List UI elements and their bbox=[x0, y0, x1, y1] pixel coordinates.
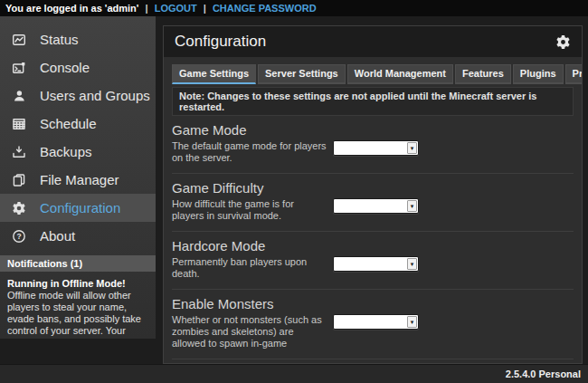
tab-plugins[interactable]: Plugins bbox=[513, 64, 564, 84]
sidebar-item-status[interactable]: Status bbox=[0, 25, 156, 53]
notification-item: Running in Offline Mode! Offline mode wi… bbox=[0, 272, 156, 339]
chevron-down-icon: ▾ bbox=[407, 258, 417, 270]
tab-server-settings[interactable]: Server Settings bbox=[258, 64, 346, 84]
notifications-header: Notifications (1) bbox=[0, 255, 156, 272]
version-text: 2.5.4.0 Personal bbox=[506, 369, 581, 379]
setting-name: Game Mode bbox=[172, 122, 574, 138]
logged-in-text: You are logged in as 'admin' bbox=[5, 3, 138, 14]
chevron-down-icon: ▾ bbox=[407, 316, 417, 328]
sidebar-item-label: Schedule bbox=[40, 116, 97, 131]
setting-name: Enable Monsters bbox=[172, 296, 574, 311]
sidebar-item-configuration[interactable]: Configuration bbox=[0, 194, 156, 222]
svg-text:?: ? bbox=[16, 232, 21, 241]
sidebar-item-file-manager[interactable]: File Manager bbox=[0, 166, 156, 194]
sidebar-item-label: Configuration bbox=[40, 200, 120, 215]
setting-description: How difficult the game is for players in… bbox=[172, 198, 327, 222]
hardcore-mode-select[interactable]: ▾ bbox=[333, 256, 419, 272]
restart-note: Note: Changes to these settings are not … bbox=[172, 87, 574, 116]
change-password-link[interactable]: CHANGE PASSWORD bbox=[213, 3, 317, 14]
sidebar-item-users-and-groups[interactable]: Users and Groups bbox=[0, 81, 156, 110]
gear-icon bbox=[11, 201, 27, 215]
users-icon bbox=[11, 89, 27, 103]
setting-description: Whether or not monsters (such as zombies… bbox=[172, 314, 327, 349]
setting-row-enable-monsters: Enable Monsters Whether or not monsters … bbox=[172, 290, 574, 359]
question-circle-icon: ? bbox=[11, 229, 27, 244]
sidebar-item-schedule[interactable]: Schedule bbox=[0, 110, 156, 138]
sidebar-menu: Status Console Users and Groups Schedule bbox=[0, 16, 156, 250]
setting-row-hardcore-mode: Hardcore Mode Permanently ban players up… bbox=[172, 232, 574, 290]
tab-features[interactable]: Features bbox=[455, 64, 511, 84]
status-chart-icon bbox=[11, 33, 27, 47]
footer-bar: 2.5.4.0 Personal bbox=[0, 364, 588, 383]
chevron-down-icon: ▾ bbox=[407, 142, 417, 154]
sidebar-item-backups[interactable]: Backups bbox=[0, 138, 156, 166]
settings-gear-icon[interactable] bbox=[555, 34, 571, 50]
configuration-panel: Configuration Game Settings Server Setti… bbox=[163, 25, 583, 364]
setting-row-game-difficulty: Game Difficulty How difficult the game i… bbox=[172, 174, 574, 232]
notification-title: Running in Offline Mode! bbox=[7, 278, 148, 290]
panel-body: Game Settings Server Settings World Mana… bbox=[164, 57, 582, 364]
schedule-icon bbox=[11, 117, 27, 131]
backups-icon bbox=[11, 145, 27, 159]
page-title: Configuration bbox=[175, 33, 266, 51]
sidebar: Status Console Users and Groups Schedule bbox=[0, 16, 156, 339]
sidebar-item-label: Backups bbox=[40, 144, 92, 159]
setting-description: Permanently ban players upon death. bbox=[172, 256, 327, 280]
sidebar-item-label: Status bbox=[40, 32, 79, 47]
notification-text: Offline mode will allow other players to… bbox=[7, 290, 148, 339]
setting-name: Game Difficulty bbox=[172, 180, 574, 196]
file-manager-icon bbox=[11, 173, 27, 187]
setting-description: The default game mode for players on the… bbox=[172, 140, 327, 164]
setting-name: Hardcore Mode bbox=[172, 238, 574, 254]
top-bar: You are logged in as 'admin' | LOGOUT | … bbox=[0, 0, 588, 16]
panel-header: Configuration bbox=[164, 26, 582, 57]
sidebar-item-about[interactable]: ? About bbox=[0, 222, 156, 250]
sidebar-item-label: Users and Groups bbox=[40, 88, 150, 103]
chevron-down-icon: ▾ bbox=[407, 200, 417, 212]
setting-row-game-mode: Game Mode The default game mode for play… bbox=[172, 116, 574, 174]
tab-bar: Game Settings Server Settings World Mana… bbox=[172, 64, 574, 84]
tab-game-settings[interactable]: Game Settings bbox=[172, 64, 256, 84]
game-mode-select[interactable]: ▾ bbox=[333, 140, 419, 156]
tab-preferences[interactable]: Preferences bbox=[565, 64, 583, 84]
tab-world-management[interactable]: World Management bbox=[347, 64, 453, 84]
sidebar-item-label: About bbox=[40, 228, 75, 244]
sidebar-item-console[interactable]: Console bbox=[0, 53, 156, 81]
separator: | bbox=[204, 3, 206, 14]
sidebar-item-label: File Manager bbox=[40, 172, 119, 187]
game-difficulty-select[interactable]: ▾ bbox=[333, 198, 419, 214]
separator: | bbox=[146, 3, 148, 14]
sidebar-item-label: Console bbox=[40, 60, 90, 75]
console-icon bbox=[11, 61, 27, 75]
logout-link[interactable]: LOGOUT bbox=[155, 3, 197, 14]
enable-monsters-select[interactable]: ▾ bbox=[333, 314, 419, 330]
